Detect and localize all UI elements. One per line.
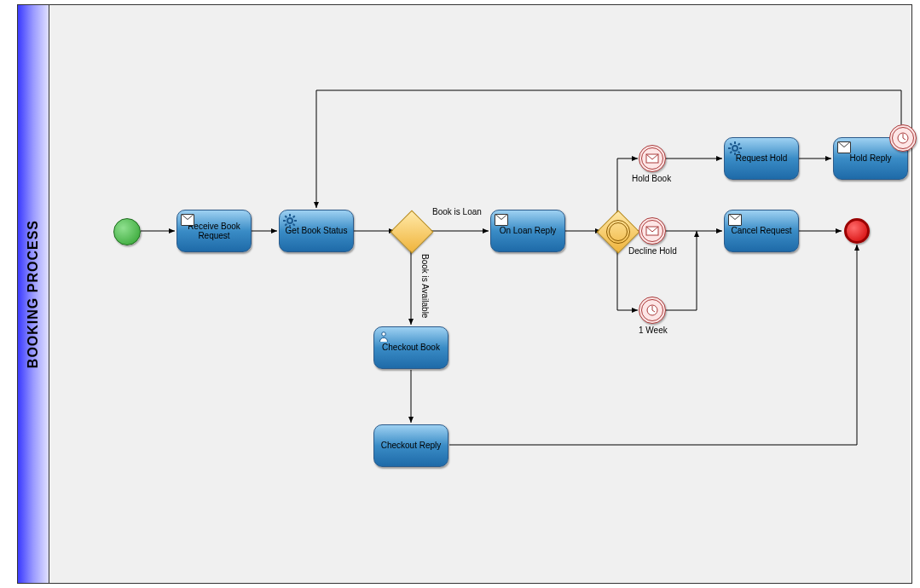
message-icon [837, 141, 851, 153]
pool-frame: BOOKING PROCESS [17, 4, 912, 584]
diagram-canvas: Receive Book Request Get Book Status On … [49, 5, 911, 583]
task-cancel-request[interactable]: Cancel Request [724, 210, 799, 252]
lane-title: BOOKING PROCESS [26, 220, 41, 368]
service-icon [283, 214, 295, 224]
message-icon [181, 214, 194, 226]
event-label-hold-book: Hold Book [632, 174, 671, 183]
task-checkout-book[interactable]: Checkout Book [373, 326, 448, 369]
task-label: Checkout Book [382, 343, 440, 353]
task-get-book-status[interactable]: Get Book Status [279, 210, 354, 252]
event-one-week[interactable] [639, 297, 666, 324]
task-checkout-reply[interactable]: Checkout Reply [373, 424, 448, 467]
end-event[interactable] [844, 218, 870, 244]
message-icon [495, 214, 508, 226]
task-label: Hold Reply [850, 153, 892, 164]
svg-point-6 [382, 332, 386, 337]
gateway-book-status[interactable] [391, 210, 434, 254]
message-icon [728, 214, 742, 226]
task-label: On Loan Reply [500, 226, 557, 236]
edge-label-book-is-available: Book is Available [420, 254, 430, 318]
svg-point-0 [287, 218, 292, 223]
task-receive-book-request[interactable]: Receive Book Request [176, 210, 252, 252]
svg-point-4 [732, 146, 738, 151]
user-icon [378, 331, 390, 341]
lane-label: BOOKING PROCESS [18, 5, 49, 583]
event-hold-book[interactable] [639, 145, 666, 172]
event-label-one-week: 1 Week [639, 326, 668, 335]
event-decline-hold[interactable] [639, 217, 666, 245]
boundary-timer-hold-reply[interactable] [889, 124, 917, 152]
event-label-decline-hold: Decline Hold [628, 246, 677, 256]
task-label: Request Hold [736, 153, 788, 164]
task-on-loan-reply[interactable]: On Loan Reply [490, 210, 565, 252]
start-event[interactable] [113, 218, 141, 245]
task-label: Checkout Reply [381, 441, 442, 451]
task-label: Cancel Request [731, 226, 791, 236]
service-icon [728, 141, 740, 152]
sequence-flows [49, 5, 911, 583]
task-request-hold[interactable]: Request Hold [724, 137, 799, 180]
edge-label-book-is-loan: Book is Loan [432, 207, 482, 216]
